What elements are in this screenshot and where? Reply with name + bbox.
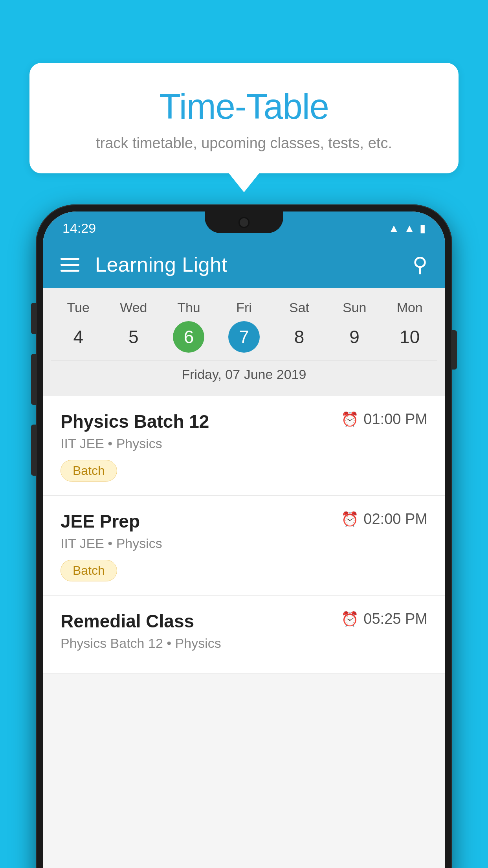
day-5[interactable]: 5 (106, 321, 161, 353)
schedule-item-2-badge: Batch (61, 560, 117, 581)
day-4[interactable]: 4 (51, 321, 106, 353)
schedule-item-1-title: Physics Batch 12 (61, 411, 209, 432)
app-title: Learning Light (95, 253, 397, 276)
selected-date-label: Friday, 07 June 2019 (51, 360, 437, 392)
day-10[interactable]: 10 (382, 321, 437, 353)
schedule-item-1-badge: Batch (61, 460, 117, 482)
day-9[interactable]: 9 (327, 321, 382, 353)
schedule-item-2-time: ⏰ 02:00 PM (341, 511, 427, 528)
phone-camera (238, 217, 250, 228)
day-header-wed: Wed (106, 300, 161, 315)
day-numbers: 4 5 6 7 8 9 10 (51, 321, 437, 353)
phone-notch (205, 211, 283, 233)
phone-device: 14:29 ▲ ▲ ▮ Learning Light ⚲ (36, 204, 452, 868)
phone-volume-up-button (31, 354, 36, 405)
menu-button[interactable] (61, 258, 79, 272)
schedule-item-2-time-text: 02:00 PM (363, 511, 427, 528)
schedule-item-1-subtitle: IIT JEE • Physics (61, 436, 427, 451)
schedule-list: Physics Batch 12 ⏰ 01:00 PM IIT JEE • Ph… (43, 396, 445, 674)
app-bar: Learning Light ⚲ (43, 241, 445, 288)
day-header-sun: Sun (327, 300, 382, 315)
schedule-item-1-time: ⏰ 01:00 PM (341, 411, 427, 428)
schedule-item-3[interactable]: Remedial Class ⏰ 05:25 PM Physics Batch … (43, 596, 445, 674)
schedule-item-2-header: JEE Prep ⏰ 02:00 PM (61, 511, 427, 532)
day-header-sat: Sat (272, 300, 327, 315)
battery-icon: ▮ (420, 222, 426, 235)
phone-screen: 14:29 ▲ ▲ ▮ Learning Light ⚲ (43, 211, 445, 868)
schedule-item-2-title: JEE Prep (61, 511, 140, 532)
schedule-item-3-time-text: 05:25 PM (363, 611, 427, 627)
phone-mute-button (31, 303, 36, 334)
phone-volume-down-button (31, 425, 36, 476)
day-header-mon: Mon (382, 300, 437, 315)
day-6-today[interactable]: 6 (173, 321, 204, 353)
phone-outer: 14:29 ▲ ▲ ▮ Learning Light ⚲ (36, 204, 452, 868)
calendar-strip: Tue Wed Thu Fri Sat Sun Mon 4 5 6 7 8 9 … (43, 288, 445, 396)
schedule-item-3-subtitle: Physics Batch 12 • Physics (61, 636, 427, 651)
day-headers: Tue Wed Thu Fri Sat Sun Mon (51, 300, 437, 315)
day-header-fri: Fri (216, 300, 272, 315)
signal-icon: ▲ (404, 222, 415, 235)
schedule-item-1-time-text: 01:00 PM (363, 411, 427, 428)
search-button[interactable]: ⚲ (413, 253, 427, 276)
wifi-icon: ▲ (389, 222, 400, 235)
schedule-item-3-header: Remedial Class ⏰ 05:25 PM (61, 611, 427, 632)
clock-icon-2: ⏰ (341, 511, 359, 528)
tooltip-card: Time-Table track timetable, upcoming cla… (29, 63, 459, 173)
day-8[interactable]: 8 (272, 321, 327, 353)
schedule-item-1[interactable]: Physics Batch 12 ⏰ 01:00 PM IIT JEE • Ph… (43, 396, 445, 496)
schedule-item-3-title: Remedial Class (61, 611, 194, 632)
status-icons: ▲ ▲ ▮ (389, 222, 426, 235)
schedule-item-2[interactable]: JEE Prep ⏰ 02:00 PM IIT JEE • Physics Ba… (43, 496, 445, 596)
schedule-item-2-subtitle: IIT JEE • Physics (61, 536, 427, 551)
tooltip-title: Time-Table (49, 86, 439, 127)
status-time: 14:29 (62, 221, 96, 236)
clock-icon-3: ⏰ (341, 611, 359, 627)
day-header-tue: Tue (51, 300, 106, 315)
day-7-selected[interactable]: 7 (228, 321, 260, 353)
phone-power-button (452, 330, 457, 370)
day-header-thu: Thu (161, 300, 216, 315)
schedule-item-1-header: Physics Batch 12 ⏰ 01:00 PM (61, 411, 427, 432)
clock-icon-1: ⏰ (341, 411, 359, 428)
schedule-item-3-time: ⏰ 05:25 PM (341, 611, 427, 627)
tooltip-subtitle: track timetable, upcoming classes, tests… (49, 135, 439, 152)
